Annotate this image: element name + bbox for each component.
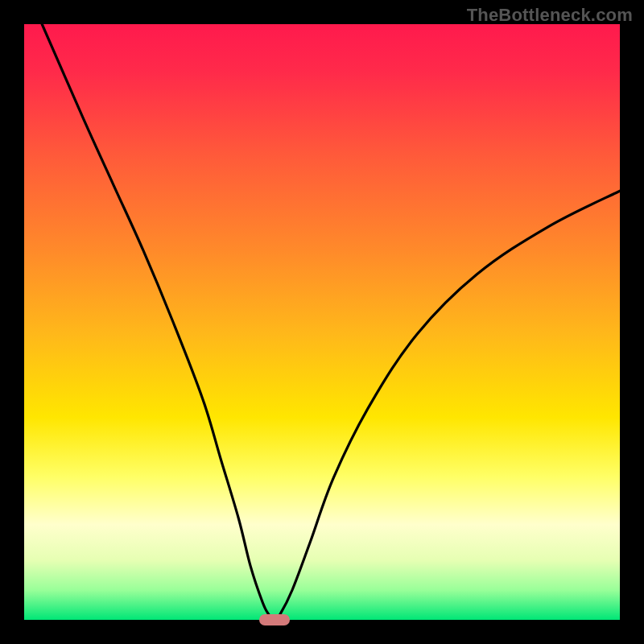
curve-path [42,24,620,620]
bottleneck-curve [24,24,620,620]
chart-frame: TheBottleneck.com [0,0,644,644]
watermark-text: TheBottleneck.com [467,5,633,26]
plot-area [24,24,620,620]
optimum-marker [259,614,290,625]
